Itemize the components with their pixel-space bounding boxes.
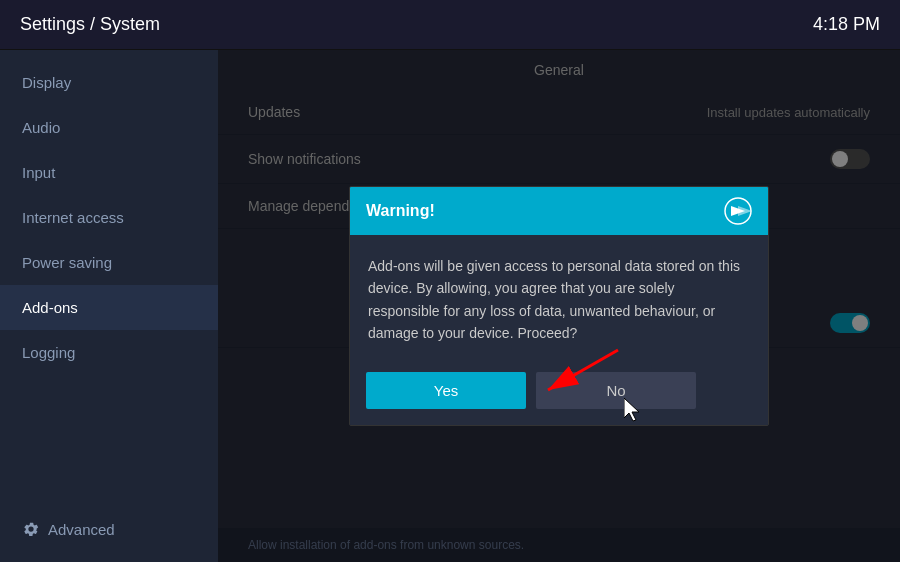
gear-icon: [22, 520, 40, 538]
sidebar-item-internet-access[interactable]: Internet access: [0, 195, 218, 240]
advanced-button[interactable]: Advanced: [0, 506, 218, 552]
kodi-logo-icon: [724, 197, 752, 225]
warning-dialog: Warning! Add-ons will be given access to…: [349, 186, 769, 427]
dialog-title: Warning!: [366, 202, 435, 220]
main-content: General Updates Install updates automati…: [218, 50, 900, 562]
header: Settings / System 4:18 PM: [0, 0, 900, 50]
dialog-message: Add-ons will be given access to personal…: [368, 258, 740, 341]
yes-button[interactable]: Yes: [366, 372, 526, 409]
sidebar-item-display[interactable]: Display: [0, 60, 218, 105]
sidebar-item-power-saving[interactable]: Power saving: [0, 240, 218, 285]
dialog-body: Add-ons will be given access to personal…: [350, 235, 768, 361]
sidebar-item-audio[interactable]: Audio: [0, 105, 218, 150]
sidebar: Display Audio Input Internet access Powe…: [0, 50, 218, 562]
dialog-overlay: Warning! Add-ons will be given access to…: [218, 50, 900, 562]
dialog-buttons: Yes No: [350, 360, 768, 425]
no-button[interactable]: No: [536, 372, 696, 409]
advanced-label: Advanced: [48, 521, 115, 538]
clock: 4:18 PM: [813, 14, 880, 35]
sidebar-item-input[interactable]: Input: [0, 150, 218, 195]
sidebar-item-add-ons[interactable]: Add-ons: [0, 285, 218, 330]
dialog-header: Warning!: [350, 187, 768, 235]
sidebar-item-logging[interactable]: Logging: [0, 330, 218, 375]
layout: Display Audio Input Internet access Powe…: [0, 50, 900, 562]
page-title: Settings / System: [20, 14, 160, 35]
